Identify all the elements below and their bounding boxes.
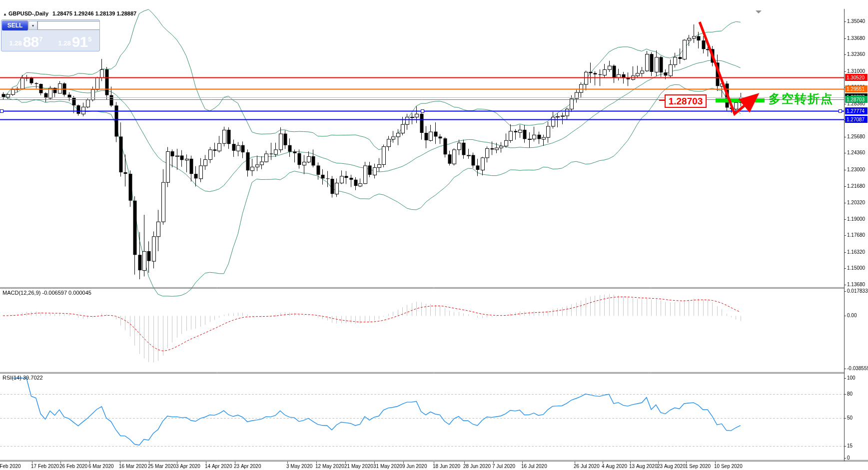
buy-price-button[interactable]: 1.28 91 5 [51, 31, 99, 50]
rsi-name: RSI(14) [2, 375, 21, 381]
mt4-window: { "toolbar": { "groups": [ ["new-chart",… [0, 0, 868, 470]
buy-price-base: 1.28 [58, 38, 71, 48]
sell-price-base: 1.28 [9, 38, 22, 48]
support-level-bar[interactable] [716, 98, 765, 102]
volume-input[interactable] [37, 21, 100, 30]
symbol-name: GBPUSD-,Daily [8, 10, 48, 16]
rsi-value: 39.7022 [23, 375, 43, 381]
sell-price-pip: 7 [39, 31, 42, 48]
macd-value-2: 0.000045 [68, 290, 91, 296]
sell-price-button[interactable]: 1.28 88 7 [2, 31, 50, 50]
volume-decrease-button[interactable]: ▾ [28, 21, 37, 30]
turning-point-note[interactable]: 多空转折点 [769, 91, 834, 107]
sell-button[interactable]: SELL [2, 20, 28, 30]
symbol-title: ▲GBPUSD-,Daily1.28475 1.29246 1.28139 1.… [3, 10, 136, 16]
price-annotation-box[interactable]: 1.28703 [665, 94, 707, 108]
symbol-arrow-icon: ▲ [3, 12, 7, 16]
price-annotation-tick [659, 100, 665, 101]
macd-name: MACD(12,26,9) [2, 290, 40, 296]
buy-price-pip: 5 [88, 31, 91, 48]
buy-price-big: 91 [72, 35, 87, 48]
price-level-badge: 1.28703 [845, 96, 868, 103]
ohlc-values: 1.28475 1.29246 1.28139 1.28887 [52, 10, 136, 16]
price-level-badge: 1.29551 [845, 85, 868, 92]
one-click-trading-widget: SELL ▾ ▴ BUY 1.28 88 7 1.28 91 5 [1, 19, 100, 51]
price-level-badge: 1.27774 [845, 107, 868, 114]
chart-canvas[interactable] [0, 0, 868, 470]
sell-price-big: 88 [23, 35, 38, 48]
price-level-badge: 1.30520 [845, 74, 868, 81]
price-level-badge: 1.27087 [845, 116, 868, 123]
macd-label: MACD(12,26,9) -0.006597 0.000045 [2, 290, 91, 296]
chevron-down-icon: ▾ [32, 23, 34, 28]
rsi-label: RSI(14) 39.7022 [2, 375, 43, 381]
macd-value-1: -0.006597 [42, 290, 67, 296]
